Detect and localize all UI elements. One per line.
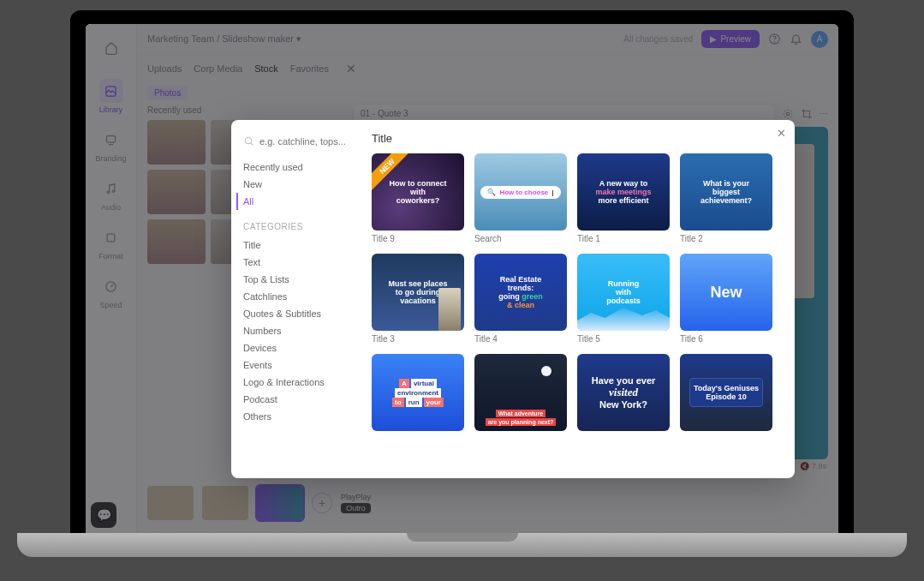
laptop-frame: Library Branding Audio [0, 0, 924, 581]
template-card-title9[interactable]: NEW How to connectwithcoworkers? Title 9 [372, 153, 464, 243]
card-label: Title 9 [372, 234, 464, 243]
category-logo-interactions[interactable]: Logo & Interactions [243, 374, 355, 391]
card-label: Title 5 [577, 334, 670, 344]
template-modal: ✕ Recently used New All CATEGORIES Title… [231, 120, 795, 478]
card-label: Search [474, 234, 567, 243]
category-text[interactable]: Text [243, 254, 355, 271]
modal-sidebar: Recently used New All CATEGORIES Title T… [231, 120, 367, 478]
card-label: Title 2 [680, 234, 772, 243]
category-podcast[interactable]: Podcast [243, 391, 355, 408]
template-card-title6[interactable]: New Title 6 [680, 254, 772, 344]
category-top-lists[interactable]: Top & Lists [243, 271, 355, 288]
card-label: Title 1 [577, 234, 670, 243]
modal-title: Title [372, 132, 781, 145]
modal-close-button[interactable]: ✕ [777, 127, 786, 140]
category-others[interactable]: Others [243, 408, 355, 425]
template-card-title4[interactable]: Real Estatetrends:going green & clean Ti… [474, 254, 567, 344]
template-card-title5[interactable]: Runningwithpodcasts Title 5 [577, 254, 670, 344]
filter-all[interactable]: All [236, 193, 355, 210]
filter-recently-used[interactable]: Recently used [243, 159, 355, 176]
category-numbers[interactable]: Numbers [243, 322, 355, 339]
category-devices[interactable]: Devices [243, 339, 355, 356]
category-title[interactable]: Title [243, 237, 355, 254]
app-screen: Library Branding Audio [86, 24, 838, 533]
categories-header: CATEGORIES [243, 222, 355, 231]
template-card-search[interactable]: 🔍How to choose| Search [474, 153, 567, 243]
template-grid: NEW How to connectwithcoworkers? Title 9… [372, 153, 781, 431]
svg-point-9 [245, 137, 252, 144]
card-label: Title 3 [372, 334, 464, 344]
template-card-partial3[interactable]: Have you evervisitedNew York? [577, 354, 670, 431]
template-card-title2[interactable]: What is yourbiggestachievement? Title 2 [680, 153, 772, 243]
screen-bezel: Library Branding Audio [70, 10, 854, 533]
card-label: Title 4 [474, 334, 567, 344]
category-quotes-subtitles[interactable]: Quotes & Subtitles [243, 305, 355, 322]
modal-body: Title NEW How to connectwithcoworkers? T… [367, 120, 795, 478]
search-input[interactable] [259, 136, 355, 147]
category-catchlines[interactable]: Catchlines [243, 288, 355, 305]
category-events[interactable]: Events [243, 356, 355, 374]
search-icon: 🔍 [487, 189, 496, 196]
template-card-title1[interactable]: A new way tomake meetingsmore efficient … [577, 153, 670, 243]
search-icon [243, 135, 254, 147]
template-card-partial2[interactable]: What adventureare you planning next? [474, 354, 567, 431]
card-label: Title 6 [680, 334, 772, 344]
laptop-notch [407, 533, 518, 542]
template-card-partial4[interactable]: Today's GeniusesEpisode 10 [680, 354, 772, 431]
search-input-wrap[interactable] [243, 135, 355, 147]
template-card-title3[interactable]: Must see placesto go duringvacations Tit… [372, 254, 464, 344]
filter-new[interactable]: New [243, 176, 355, 193]
laptop-base [17, 533, 907, 557]
template-card-partial1[interactable]: Avirtual environment torunyour [372, 354, 464, 431]
